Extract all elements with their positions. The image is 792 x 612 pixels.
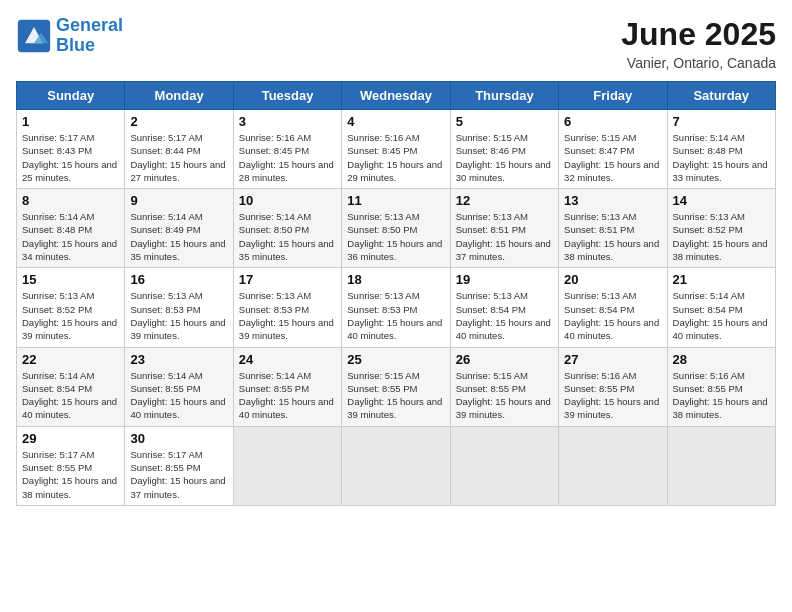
logo-text: General Blue xyxy=(56,16,123,56)
day-number: 17 xyxy=(239,272,336,287)
day-number: 3 xyxy=(239,114,336,129)
calendar-cell xyxy=(342,426,450,505)
calendar-cell: 11 Sunrise: 5:13 AM Sunset: 8:50 PM Dayl… xyxy=(342,189,450,268)
calendar-cell xyxy=(559,426,667,505)
day-info: Sunrise: 5:16 AM Sunset: 8:45 PM Dayligh… xyxy=(347,131,444,184)
calendar-week-5: 29 Sunrise: 5:17 AM Sunset: 8:55 PM Dayl… xyxy=(17,426,776,505)
day-number: 12 xyxy=(456,193,553,208)
calendar-subtitle: Vanier, Ontario, Canada xyxy=(621,55,776,71)
calendar-cell: 5 Sunrise: 5:15 AM Sunset: 8:46 PM Dayli… xyxy=(450,110,558,189)
day-number: 26 xyxy=(456,352,553,367)
day-info: Sunrise: 5:14 AM Sunset: 8:48 PM Dayligh… xyxy=(22,210,119,263)
header-col-thursday: Thursday xyxy=(450,82,558,110)
day-info: Sunrise: 5:15 AM Sunset: 8:46 PM Dayligh… xyxy=(456,131,553,184)
calendar-cell: 10 Sunrise: 5:14 AM Sunset: 8:50 PM Dayl… xyxy=(233,189,341,268)
day-number: 9 xyxy=(130,193,227,208)
calendar-cell: 16 Sunrise: 5:13 AM Sunset: 8:53 PM Dayl… xyxy=(125,268,233,347)
calendar-cell: 7 Sunrise: 5:14 AM Sunset: 8:48 PM Dayli… xyxy=(667,110,775,189)
day-number: 29 xyxy=(22,431,119,446)
calendar-cell: 21 Sunrise: 5:14 AM Sunset: 8:54 PM Dayl… xyxy=(667,268,775,347)
logo: General Blue xyxy=(16,16,123,56)
calendar-cell: 29 Sunrise: 5:17 AM Sunset: 8:55 PM Dayl… xyxy=(17,426,125,505)
header-col-wednesday: Wednesday xyxy=(342,82,450,110)
day-info: Sunrise: 5:13 AM Sunset: 8:54 PM Dayligh… xyxy=(456,289,553,342)
calendar-title: June 2025 xyxy=(621,16,776,53)
calendar-cell: 23 Sunrise: 5:14 AM Sunset: 8:55 PM Dayl… xyxy=(125,347,233,426)
calendar-cell: 18 Sunrise: 5:13 AM Sunset: 8:53 PM Dayl… xyxy=(342,268,450,347)
calendar-cell: 4 Sunrise: 5:16 AM Sunset: 8:45 PM Dayli… xyxy=(342,110,450,189)
calendar-cell: 12 Sunrise: 5:13 AM Sunset: 8:51 PM Dayl… xyxy=(450,189,558,268)
calendar-cell: 27 Sunrise: 5:16 AM Sunset: 8:55 PM Dayl… xyxy=(559,347,667,426)
day-info: Sunrise: 5:13 AM Sunset: 8:54 PM Dayligh… xyxy=(564,289,661,342)
calendar-cell xyxy=(667,426,775,505)
day-info: Sunrise: 5:17 AM Sunset: 8:55 PM Dayligh… xyxy=(22,448,119,501)
day-info: Sunrise: 5:13 AM Sunset: 8:50 PM Dayligh… xyxy=(347,210,444,263)
day-number: 7 xyxy=(673,114,770,129)
calendar-cell: 20 Sunrise: 5:13 AM Sunset: 8:54 PM Dayl… xyxy=(559,268,667,347)
day-info: Sunrise: 5:13 AM Sunset: 8:51 PM Dayligh… xyxy=(456,210,553,263)
calendar-week-3: 15 Sunrise: 5:13 AM Sunset: 8:52 PM Dayl… xyxy=(17,268,776,347)
calendar-cell: 6 Sunrise: 5:15 AM Sunset: 8:47 PM Dayli… xyxy=(559,110,667,189)
day-info: Sunrise: 5:15 AM Sunset: 8:47 PM Dayligh… xyxy=(564,131,661,184)
calendar-cell: 28 Sunrise: 5:16 AM Sunset: 8:55 PM Dayl… xyxy=(667,347,775,426)
day-info: Sunrise: 5:13 AM Sunset: 8:51 PM Dayligh… xyxy=(564,210,661,263)
title-area: June 2025 Vanier, Ontario, Canada xyxy=(621,16,776,71)
day-info: Sunrise: 5:13 AM Sunset: 8:52 PM Dayligh… xyxy=(22,289,119,342)
calendar-cell: 15 Sunrise: 5:13 AM Sunset: 8:52 PM Dayl… xyxy=(17,268,125,347)
day-info: Sunrise: 5:14 AM Sunset: 8:54 PM Dayligh… xyxy=(673,289,770,342)
day-number: 2 xyxy=(130,114,227,129)
header-col-saturday: Saturday xyxy=(667,82,775,110)
calendar-week-2: 8 Sunrise: 5:14 AM Sunset: 8:48 PM Dayli… xyxy=(17,189,776,268)
calendar-cell: 14 Sunrise: 5:13 AM Sunset: 8:52 PM Dayl… xyxy=(667,189,775,268)
day-info: Sunrise: 5:13 AM Sunset: 8:53 PM Dayligh… xyxy=(130,289,227,342)
day-info: Sunrise: 5:16 AM Sunset: 8:55 PM Dayligh… xyxy=(564,369,661,422)
day-number: 28 xyxy=(673,352,770,367)
day-number: 13 xyxy=(564,193,661,208)
calendar-cell: 1 Sunrise: 5:17 AM Sunset: 8:43 PM Dayli… xyxy=(17,110,125,189)
day-number: 10 xyxy=(239,193,336,208)
day-info: Sunrise: 5:16 AM Sunset: 8:55 PM Dayligh… xyxy=(673,369,770,422)
calendar-cell: 13 Sunrise: 5:13 AM Sunset: 8:51 PM Dayl… xyxy=(559,189,667,268)
day-number: 11 xyxy=(347,193,444,208)
day-number: 8 xyxy=(22,193,119,208)
day-info: Sunrise: 5:13 AM Sunset: 8:52 PM Dayligh… xyxy=(673,210,770,263)
calendar-cell: 26 Sunrise: 5:15 AM Sunset: 8:55 PM Dayl… xyxy=(450,347,558,426)
logo-icon xyxy=(16,18,52,54)
day-info: Sunrise: 5:17 AM Sunset: 8:43 PM Dayligh… xyxy=(22,131,119,184)
day-info: Sunrise: 5:17 AM Sunset: 8:44 PM Dayligh… xyxy=(130,131,227,184)
calendar-cell xyxy=(450,426,558,505)
calendar-cell xyxy=(233,426,341,505)
day-number: 14 xyxy=(673,193,770,208)
day-number: 5 xyxy=(456,114,553,129)
day-number: 19 xyxy=(456,272,553,287)
day-number: 6 xyxy=(564,114,661,129)
day-number: 18 xyxy=(347,272,444,287)
calendar-table: SundayMondayTuesdayWednesdayThursdayFrid… xyxy=(16,81,776,506)
calendar-cell: 30 Sunrise: 5:17 AM Sunset: 8:55 PM Dayl… xyxy=(125,426,233,505)
day-number: 4 xyxy=(347,114,444,129)
day-info: Sunrise: 5:15 AM Sunset: 8:55 PM Dayligh… xyxy=(347,369,444,422)
day-info: Sunrise: 5:13 AM Sunset: 8:53 PM Dayligh… xyxy=(347,289,444,342)
day-info: Sunrise: 5:14 AM Sunset: 8:50 PM Dayligh… xyxy=(239,210,336,263)
header-col-friday: Friday xyxy=(559,82,667,110)
calendar-cell: 9 Sunrise: 5:14 AM Sunset: 8:49 PM Dayli… xyxy=(125,189,233,268)
page-header: General Blue June 2025 Vanier, Ontario, … xyxy=(16,16,776,71)
calendar-cell: 3 Sunrise: 5:16 AM Sunset: 8:45 PM Dayli… xyxy=(233,110,341,189)
calendar-cell: 2 Sunrise: 5:17 AM Sunset: 8:44 PM Dayli… xyxy=(125,110,233,189)
day-number: 1 xyxy=(22,114,119,129)
day-info: Sunrise: 5:14 AM Sunset: 8:55 PM Dayligh… xyxy=(130,369,227,422)
day-number: 22 xyxy=(22,352,119,367)
day-number: 25 xyxy=(347,352,444,367)
header-col-tuesday: Tuesday xyxy=(233,82,341,110)
day-number: 27 xyxy=(564,352,661,367)
calendar-week-1: 1 Sunrise: 5:17 AM Sunset: 8:43 PM Dayli… xyxy=(17,110,776,189)
day-info: Sunrise: 5:13 AM Sunset: 8:53 PM Dayligh… xyxy=(239,289,336,342)
day-number: 16 xyxy=(130,272,227,287)
calendar-cell: 24 Sunrise: 5:14 AM Sunset: 8:55 PM Dayl… xyxy=(233,347,341,426)
day-info: Sunrise: 5:14 AM Sunset: 8:49 PM Dayligh… xyxy=(130,210,227,263)
day-number: 21 xyxy=(673,272,770,287)
calendar-cell: 19 Sunrise: 5:13 AM Sunset: 8:54 PM Dayl… xyxy=(450,268,558,347)
day-number: 24 xyxy=(239,352,336,367)
calendar-cell: 8 Sunrise: 5:14 AM Sunset: 8:48 PM Dayli… xyxy=(17,189,125,268)
calendar-header-row: SundayMondayTuesdayWednesdayThursdayFrid… xyxy=(17,82,776,110)
